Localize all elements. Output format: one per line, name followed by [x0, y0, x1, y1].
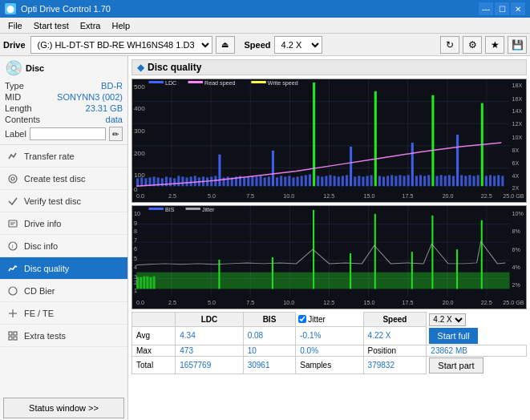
maximize-button[interactable]: ☐ — [495, 2, 509, 15]
svg-text:22.5: 22.5 — [481, 193, 492, 199]
svg-rect-78 — [342, 176, 344, 186]
menu-extra[interactable]: Extra — [75, 19, 106, 32]
sidebar-item-extra-tests[interactable]: Extra tests — [0, 325, 127, 347]
svg-rect-69 — [305, 175, 307, 186]
svg-text:2.5: 2.5 — [168, 193, 176, 199]
svg-rect-64 — [284, 176, 286, 186]
sidebar-item-drive-info[interactable]: Drive info — [0, 212, 127, 235]
svg-text:4: 4 — [134, 265, 137, 270]
col-header-bis: BIS — [243, 313, 296, 327]
svg-text:10.0: 10.0 — [283, 193, 294, 199]
upper-chart: 500 400 300 200 100 0 18X 16X 14X 12X 10… — [131, 79, 527, 203]
svg-rect-76 — [334, 176, 336, 186]
svg-rect-58 — [260, 176, 262, 186]
svg-rect-68 — [301, 176, 303, 186]
title-bar-text: Opti Drive Control 1.70 — [21, 4, 111, 14]
max-label: Max — [132, 345, 176, 356]
svg-rect-62 — [276, 177, 278, 186]
svg-rect-73 — [321, 176, 323, 186]
sidebar-item-cd-bier[interactable]: CD Bier — [0, 280, 127, 302]
svg-rect-10 — [9, 332, 12, 335]
svg-rect-179 — [136, 273, 509, 289]
disc-icon: 💿 — [5, 59, 22, 77]
status-window-button[interactable]: Status window >> — [3, 398, 124, 418]
chart-header: ◆ Disc quality — [131, 59, 527, 75]
cd-bier-icon — [6, 285, 19, 297]
svg-text:2.5: 2.5 — [168, 300, 176, 305]
speed-dropdown[interactable]: 4.2 X — [429, 313, 466, 326]
nav-label-extra-tests: Extra tests — [24, 331, 66, 341]
svg-text:Read speed: Read speed — [204, 80, 236, 87]
speed-select[interactable]: 4.2 X — [274, 36, 322, 54]
disc-info-icon: i — [6, 240, 19, 252]
chart-header-icon: ◆ — [137, 62, 144, 73]
sidebar-item-transfer-rate[interactable]: Transfer rate — [0, 145, 127, 168]
main-layout: 💿 Disc Type BD-R MID SONYNN3 (002) Lengt… — [0, 56, 530, 420]
position-label: Position — [363, 345, 427, 356]
svg-rect-55 — [247, 176, 249, 186]
disc-label-input[interactable] — [30, 127, 106, 140]
total-label: Total — [132, 356, 176, 374]
sidebar-item-create-test-disc[interactable]: Create test disc — [0, 168, 127, 190]
svg-text:8%: 8% — [512, 229, 520, 235]
svg-rect-83 — [362, 176, 364, 186]
jitter-checkbox[interactable] — [298, 315, 306, 323]
drive-bar: Drive (G:) HL-DT-ST BD-RE WH16NS48 1.D3 … — [0, 34, 530, 56]
svg-rect-39 — [181, 176, 184, 186]
drive-select[interactable]: (G:) HL-DT-ST BD-RE WH16NS48 1.D3 — [30, 36, 212, 54]
svg-rect-54 — [243, 177, 245, 186]
svg-rect-60 — [268, 176, 270, 186]
svg-text:15.0: 15.0 — [363, 300, 374, 305]
sidebar-item-disc-quality[interactable]: Disc quality — [0, 257, 127, 280]
svg-text:22.5: 22.5 — [481, 300, 492, 305]
contents-value: data — [106, 115, 123, 124]
upper-chart-svg: 500 400 300 200 100 0 18X 16X 14X 12X 10… — [132, 79, 526, 202]
settings-button[interactable]: ⚙ — [463, 36, 482, 54]
svg-text:9: 9 — [134, 220, 137, 226]
start-part-button[interactable]: Start part — [429, 357, 483, 374]
svg-rect-115 — [493, 176, 496, 186]
save-button[interactable]: 💾 — [508, 36, 527, 54]
avg-jitter: -0.1% — [296, 327, 363, 345]
svg-rect-148 — [251, 81, 265, 83]
nav-label-disc-quality: Disc quality — [24, 264, 69, 273]
svg-rect-206 — [148, 208, 163, 210]
drive-label: Drive — [3, 40, 26, 50]
svg-text:10X: 10X — [512, 135, 523, 140]
refresh-button[interactable]: ↻ — [440, 36, 459, 54]
menu-start-test[interactable]: Start test — [29, 19, 74, 32]
disc-panel: 💿 Disc Type BD-R MID SONYNN3 (002) Lengt… — [0, 56, 127, 145]
nav-label-transfer-rate: Transfer rate — [24, 151, 75, 161]
svg-text:2%: 2% — [512, 283, 520, 289]
label-edit-button[interactable]: ✏ — [109, 127, 123, 141]
svg-rect-144 — [148, 81, 163, 83]
col-header-empty — [132, 313, 176, 327]
svg-text:15.0: 15.0 — [363, 193, 374, 199]
start-full-button[interactable]: Start full — [429, 328, 477, 344]
minimize-button[interactable]: — — [479, 2, 493, 15]
svg-rect-63 — [280, 176, 282, 186]
sidebar-item-verify-test-disc[interactable]: Verify test disc — [0, 190, 127, 212]
menu-file[interactable]: File — [3, 19, 27, 32]
content-area: ◆ Disc quality — [128, 56, 530, 420]
sidebar-item-fe-te[interactable]: FE / TE — [0, 302, 127, 325]
eject-button[interactable]: ⏏ — [216, 36, 235, 54]
stats-row: LDC BIS Jitter Speed 4.2 X — [131, 312, 527, 374]
svg-rect-90 — [390, 175, 393, 186]
svg-text:10%: 10% — [512, 211, 524, 216]
svg-rect-77 — [338, 176, 340, 186]
sidebar-item-disc-info[interactable]: i Disc info — [0, 235, 127, 257]
svg-text:10.0: 10.0 — [283, 300, 294, 305]
menu-help[interactable]: Help — [107, 19, 135, 32]
svg-point-0 — [9, 175, 17, 183]
svg-rect-96 — [415, 176, 418, 186]
close-button[interactable]: ✕ — [511, 2, 525, 15]
app-window: ⬤ Opti Drive Control 1.70 — ☐ ✕ File Sta… — [0, 0, 530, 420]
svg-text:7.5: 7.5 — [246, 193, 254, 199]
svg-rect-79 — [346, 175, 348, 186]
svg-rect-108 — [464, 176, 467, 186]
svg-rect-85 — [370, 175, 373, 186]
star-button[interactable]: ★ — [485, 36, 504, 54]
svg-rect-114 — [489, 175, 492, 186]
svg-rect-93 — [403, 176, 406, 186]
